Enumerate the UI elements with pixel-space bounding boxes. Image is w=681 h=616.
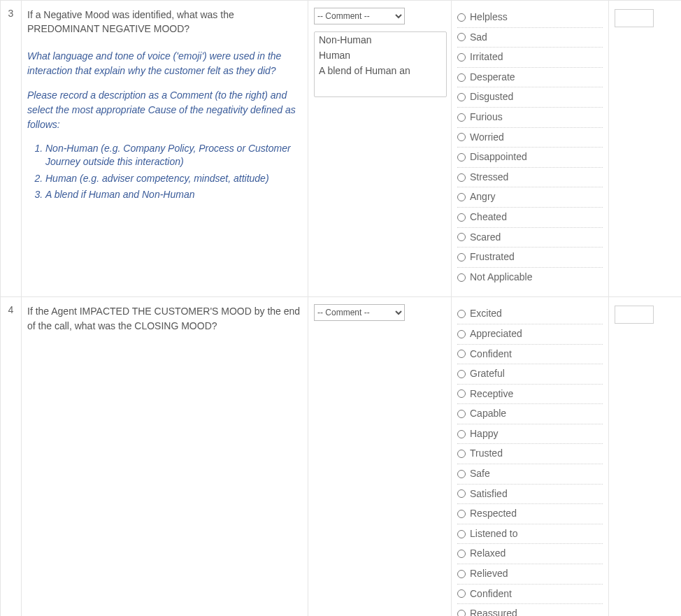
list-item: Grateful [457,364,603,385]
table-row: 3 If a Negative Mood was identified, wha… [1,1,682,297]
mood-label: Trusted [470,447,503,461]
list-item: Respected [457,504,603,524]
mood-label: Disappointed [470,150,527,164]
mood-label: Sad [470,31,487,45]
list-item: Disgusted [457,87,603,108]
mood-label: Happy [470,427,498,441]
question-number: 3 [1,1,22,297]
mood-label: Appreciated [470,327,522,341]
mood-radio[interactable] [457,450,466,458]
mood-radio[interactable] [457,113,466,122]
list-item: Excited [457,304,603,324]
mood-options-list: Helpless Sad Irritated Desperate Disgust… [457,8,603,287]
mood-label: Reassured [470,607,517,616]
question-text: If the Agent IMPACTED THE CUSTOMER'S MOO… [27,304,302,333]
mood-radio[interactable] [457,13,466,22]
list-item: Not Applicable [457,268,603,287]
mood-radio[interactable] [457,233,466,241]
mood-label: Respected [470,507,517,521]
list-item: Desperate [457,68,603,88]
options-cell: Helpless Sad Irritated Desperate Disgust… [452,1,609,297]
mood-radio[interactable] [457,570,466,578]
table-row: 4 If the Agent IMPACTED THE CUSTOMER'S M… [1,297,682,616]
comment-dropdown[interactable]: -- Comment -- [314,8,405,24]
input-cell: -- Comment -- [308,297,452,616]
mood-radio[interactable] [457,589,466,598]
mood-radio[interactable] [457,350,466,358]
mood-radio[interactable] [457,370,466,378]
cause-listbox[interactable]: Non-Human Human A blend of Human an [314,31,447,97]
mood-label: Grateful [470,367,505,381]
mood-label: Furious [470,110,503,124]
input-cell: -- Comment -- Non-Human Human A blend of… [308,1,452,297]
mood-radio[interactable] [457,213,466,222]
list-item: Stressed [457,168,603,188]
mood-radio[interactable] [457,53,466,62]
mood-radio[interactable] [457,330,466,338]
list-item: Human (e.g. adviser competency, mindset,… [45,172,302,186]
question-cell: If a Negative Mood was identified, what … [22,1,308,297]
mood-radio[interactable] [457,530,466,538]
mood-label: Relaxed [470,547,506,561]
list-item: Scared [457,228,603,248]
list-item: Reassured [457,604,603,616]
mood-label: Listened to [470,527,518,541]
mood-radio[interactable] [457,389,466,398]
mood-radio[interactable] [457,133,466,141]
mood-radio[interactable] [457,550,466,558]
mood-radio[interactable] [457,430,466,438]
mood-label: Excited [470,307,502,321]
list-item: Confident [457,345,603,365]
mood-radio[interactable] [457,93,466,101]
assessment-form: 3 If a Negative Mood was identified, wha… [0,0,681,616]
mood-radio[interactable] [457,510,466,518]
list-item: Cheated [457,208,603,228]
score-cell [609,297,682,616]
mood-label: Irritated [470,50,503,64]
score-cell [609,1,682,297]
list-item: Furious [457,108,603,128]
list-item: Confident [457,585,603,605]
mood-label: Frustrated [470,250,515,264]
mood-radio[interactable] [457,253,466,262]
mood-radio[interactable] [457,489,466,498]
list-item: Worried [457,128,603,148]
list-item: Helpless [457,8,603,28]
question-text: If a Negative Mood was identified, what … [27,8,302,36]
mood-label: Disgusted [470,90,513,104]
mood-radio[interactable] [457,610,466,616]
mood-label: Confident [470,348,512,361]
mood-radio[interactable] [457,470,466,478]
mood-radio[interactable] [457,173,466,182]
score-input[interactable] [615,306,654,324]
cause-definitions-list: Non-Human (e.g. Company Policy, Process … [27,142,302,202]
list-item: Non-Human (e.g. Company Policy, Process … [45,142,302,169]
mood-label: Worried [470,131,504,145]
comment-dropdown[interactable]: -- Comment -- [314,304,405,321]
mood-radio[interactable] [457,153,466,162]
mood-label: Stressed [470,171,508,185]
mood-label: Desperate [470,71,515,85]
mood-radio[interactable] [457,273,466,282]
mood-label: Receptive [470,387,513,401]
options-cell: Excited Appreciated Confident Grateful R… [452,297,609,616]
mood-radio[interactable] [457,193,466,201]
list-item: Happy [457,424,603,445]
mood-options-list: Excited Appreciated Confident Grateful R… [457,304,603,616]
list-item: Irritated [457,48,603,68]
list-item: Capable [457,404,603,424]
list-item: Appreciated [457,324,603,345]
mood-radio[interactable] [457,73,466,82]
mood-radio[interactable] [457,33,466,41]
mood-radio[interactable] [457,410,466,418]
score-input[interactable] [615,9,654,27]
mood-label: Helpless [470,10,508,24]
mood-label: Confident [470,587,512,601]
list-item: Receptive [457,385,603,405]
list-item: Relieved [457,564,603,585]
mood-label: Safe [470,467,490,481]
mood-radio[interactable] [457,310,466,318]
mood-label: Angry [470,190,496,204]
list-item: Sad [457,28,603,48]
list-item: Relaxed [457,544,603,564]
